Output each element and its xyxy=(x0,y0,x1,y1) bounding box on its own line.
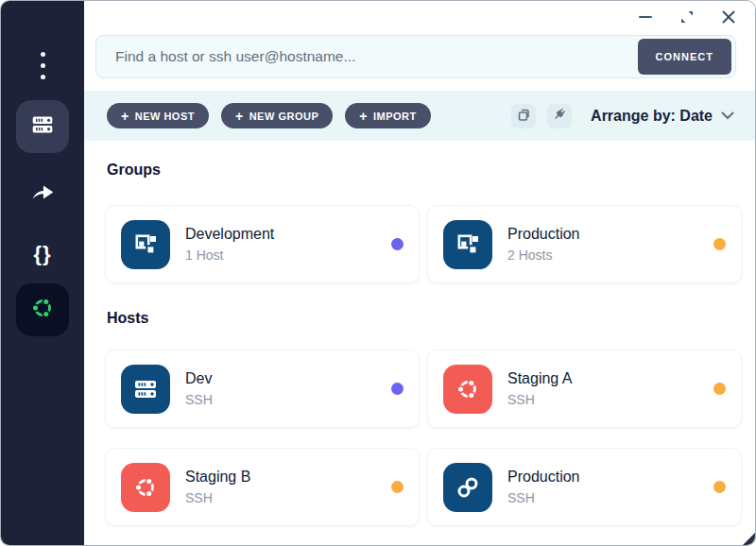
host-card-production[interactable]: Production SSH xyxy=(427,448,742,526)
host-name: Staging A xyxy=(507,370,573,387)
groups-grid: Development 1 Host xyxy=(105,205,742,283)
minimize-button[interactable] xyxy=(638,9,653,25)
sidebar-item-hosts[interactable] xyxy=(16,100,69,153)
search-input[interactable] xyxy=(96,48,638,65)
copy-view-button[interactable] xyxy=(511,104,536,128)
host-protocol: SSH xyxy=(185,490,250,505)
import-button[interactable]: + IMPORT xyxy=(345,103,430,128)
new-group-button[interactable]: + NEW GROUP xyxy=(221,103,333,128)
group-host-count: 2 Hosts xyxy=(507,247,580,263)
chevron-down-icon xyxy=(721,111,734,120)
search-row: CONNECT xyxy=(84,33,755,91)
tag-dot xyxy=(713,481,726,493)
kebab-menu-icon[interactable] xyxy=(37,48,49,83)
server-icon xyxy=(121,365,170,414)
search-bar: CONNECT xyxy=(95,35,736,78)
titlebar xyxy=(84,1,755,33)
group-icon xyxy=(443,220,492,269)
host-protocol: SSH xyxy=(185,392,213,407)
tag-dot xyxy=(391,238,404,250)
hosts-grid: Dev SSH xyxy=(105,350,742,526)
sidebar-item-ubuntu-session[interactable] xyxy=(16,283,69,336)
expand-button[interactable] xyxy=(679,9,695,25)
host-name: Production xyxy=(507,469,580,486)
ubuntu-icon xyxy=(28,294,57,326)
arrange-by-label: Arrange by: Date xyxy=(591,108,713,125)
arrange-by-dropdown[interactable]: Arrange by: Date xyxy=(591,108,734,125)
host-card-dev[interactable]: Dev SSH xyxy=(105,350,420,428)
host-card-staging-b[interactable]: Staging B SSH xyxy=(105,448,420,526)
server-icon xyxy=(28,111,57,143)
tag-dot xyxy=(391,481,404,493)
ubuntu-icon xyxy=(121,463,170,512)
plug-view-button[interactable] xyxy=(547,104,572,128)
host-name: Staging B xyxy=(185,469,250,486)
host-protocol: SSH xyxy=(507,392,573,407)
hosts-section-title: Hosts xyxy=(107,310,742,327)
toolbar: + NEW HOST + NEW GROUP + IMPORT xyxy=(84,91,755,141)
main-panel: CONNECT + NEW HOST + NEW GROUP + IMPORT xyxy=(84,1,755,545)
copy-icon xyxy=(516,107,531,125)
plus-icon: + xyxy=(359,110,368,123)
content-area: Groups Development 1 Host xyxy=(84,141,755,526)
group-host-count: 1 Host xyxy=(185,247,274,263)
host-card-staging-a[interactable]: Staging A SSH xyxy=(427,350,742,428)
sidebar-item-port-forwarding[interactable] xyxy=(16,174,69,213)
group-name: Development xyxy=(185,226,274,243)
arrow-icon xyxy=(28,178,57,210)
tag-dot xyxy=(713,383,726,395)
host-protocol: SSH xyxy=(507,490,580,505)
tag-dot xyxy=(713,238,726,250)
app-window: {} xyxy=(0,0,756,546)
group-name: Production xyxy=(507,226,580,243)
resize-grip[interactable] xyxy=(743,533,755,545)
infinity-icon xyxy=(443,463,492,512)
group-card-production[interactable]: Production 2 Hosts xyxy=(427,205,742,283)
close-button[interactable] xyxy=(721,9,736,25)
sidebar-item-snippets[interactable]: {} xyxy=(16,234,69,274)
plus-icon: + xyxy=(235,110,244,123)
groups-section-title: Groups xyxy=(107,162,742,179)
connect-button[interactable]: CONNECT xyxy=(638,39,731,75)
braces-icon: {} xyxy=(33,242,51,266)
plug-icon xyxy=(552,107,567,125)
sidebar: {} xyxy=(1,1,84,545)
plus-icon: + xyxy=(121,110,129,123)
group-card-development[interactable]: Development 1 Host xyxy=(105,205,420,283)
group-icon xyxy=(121,220,170,269)
ubuntu-icon xyxy=(443,365,492,414)
host-name: Dev xyxy=(185,370,213,387)
new-host-button[interactable]: + NEW HOST xyxy=(107,103,209,128)
tag-dot xyxy=(391,383,404,395)
